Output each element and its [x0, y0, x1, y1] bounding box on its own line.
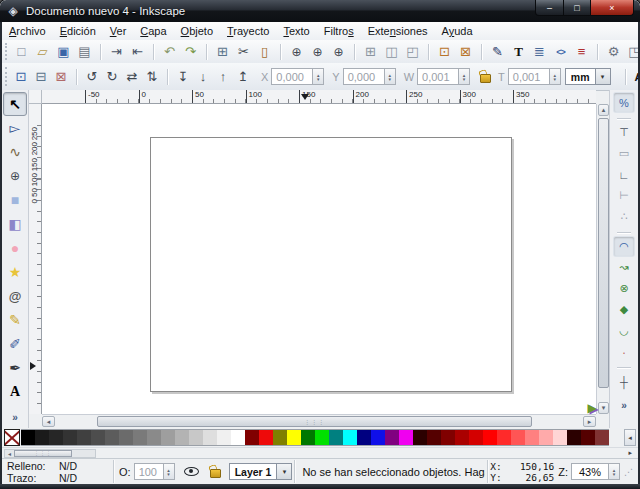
menu-extensiones[interactable]: Extensiones — [361, 25, 435, 37]
menu-ayuda[interactable]: Ayuda — [435, 25, 480, 37]
color-swatch[interactable] — [427, 429, 441, 446]
color-swatch[interactable] — [539, 429, 553, 446]
color-swatch[interactable] — [245, 429, 259, 446]
zoom-spinner[interactable]: ▴▾ — [609, 463, 620, 480]
fill-stroke-dialog-button[interactable]: ✎ — [487, 42, 508, 62]
layer-dropdown[interactable]: Layer 1 ▾ — [229, 463, 293, 480]
vertical-ruler[interactable]: 250200150100500 — [29, 104, 42, 414]
layer-visibility-icon[interactable] — [184, 467, 199, 476]
color-swatch[interactable] — [441, 429, 455, 446]
toolbar-grip[interactable] — [5, 67, 7, 86]
spin-down-icon[interactable]: ▾ — [613, 472, 616, 476]
menu-texto[interactable]: Texto — [276, 25, 316, 37]
star-tool[interactable]: ★ — [3, 260, 27, 284]
color-management-toggle-icon[interactable]: ▶ — [584, 400, 600, 416]
menu-filtros[interactable]: Filtros — [317, 25, 361, 37]
color-swatch[interactable] — [63, 429, 77, 446]
deselect-button[interactable]: ⊠ — [51, 67, 71, 87]
align-dialog-button[interactable]: ≡ — [571, 42, 592, 62]
menu-edicion[interactable]: Edición — [53, 25, 103, 37]
color-swatch[interactable] — [469, 429, 483, 446]
spinner[interactable]: ▴▾ — [459, 68, 470, 85]
snapbar-overflow-chevron[interactable]: » — [621, 400, 627, 411]
menu-capa[interactable]: Capa — [133, 25, 173, 37]
spiral-tool[interactable]: @ — [3, 284, 27, 308]
zoom-selection-button[interactable]: ⊕ — [286, 42, 307, 62]
color-swatch[interactable] — [287, 429, 301, 446]
fill-stroke-indicator[interactable]: Relleno:N/D Trazo:N/D — [2, 460, 111, 484]
scroll-right-icon[interactable]: ▸ — [583, 416, 596, 427]
color-swatch[interactable] — [301, 429, 315, 446]
unlink-clone-button[interactable]: ◰ — [402, 42, 423, 62]
window-resize-grip[interactable]: ⋰ — [624, 467, 636, 477]
toolbox-overflow-chevron[interactable]: » — [12, 412, 18, 423]
zoom-tool[interactable]: ⊕ — [3, 164, 27, 188]
selector-tool[interactable]: ↖ — [3, 92, 27, 116]
text-dialog-button[interactable]: T — [508, 42, 529, 62]
box3d-tool[interactable]: ◧ — [3, 212, 27, 236]
spin-down-icon[interactable]: ▾ — [167, 472, 170, 476]
color-swatch[interactable] — [49, 429, 63, 446]
group-button[interactable]: ⊡ — [434, 42, 455, 62]
ellipse-tool[interactable]: ● — [3, 236, 27, 260]
color-swatch[interactable] — [455, 429, 469, 446]
snap-bbox-corners-toggle[interactable]: ∟ — [613, 164, 635, 185]
export-button[interactable]: ⇤ — [127, 42, 148, 62]
palette-strip-left-icon[interactable]: ◂ — [5, 450, 14, 457]
snap-paths-toggle[interactable]: ↝ — [613, 257, 635, 278]
calligraphy-tool[interactable]: ✒ — [3, 356, 27, 380]
color-swatch[interactable] — [105, 429, 119, 446]
color-swatch[interactable] — [483, 429, 497, 446]
rotate-ccw-button[interactable]: ↺ — [82, 67, 102, 87]
snap-bbox-toggle[interactable]: ⊤ — [613, 122, 635, 143]
color-swatch[interactable] — [525, 429, 539, 446]
snap-enable-toggle[interactable]: % — [613, 92, 635, 113]
dropdown-arrow-icon[interactable]: ▾ — [277, 463, 292, 480]
spin-down-icon[interactable]: ▾ — [554, 77, 557, 81]
menu-archivo[interactable]: Archivo — [2, 25, 53, 37]
layers-dialog-button[interactable]: ≣ — [529, 42, 550, 62]
color-swatch[interactable] — [595, 429, 609, 446]
spinner[interactable]: ▴▾ — [313, 68, 324, 85]
toolbar-grip[interactable] — [5, 43, 7, 59]
redo-button[interactable]: ↷ — [180, 42, 201, 62]
color-swatch[interactable] — [385, 429, 399, 446]
import-button[interactable]: ⇥ — [106, 42, 127, 62]
pen-tool[interactable]: ✐ — [3, 332, 27, 356]
color-swatch[interactable] — [119, 429, 133, 446]
snap-others-toggle[interactable]: ┼ — [613, 371, 635, 392]
vertical-scroll-thumb[interactable] — [598, 118, 609, 388]
color-swatch[interactable] — [553, 429, 567, 446]
pencil-tool[interactable]: ✎ — [3, 308, 27, 332]
tweak-tool[interactable]: ∿ — [3, 140, 27, 164]
scroll-up-icon[interactable]: ▴ — [598, 104, 609, 116]
snap-bbox-midpoints-toggle[interactable]: ⊢ — [613, 185, 635, 206]
copy-button[interactable]: ⊞ — [212, 42, 233, 62]
snap-bbox-edges-toggle[interactable]: ▭ — [613, 143, 635, 164]
raise-button[interactable]: ↑ — [213, 67, 233, 87]
color-swatch[interactable] — [371, 429, 385, 446]
zoom-field[interactable]: 43% — [571, 463, 609, 480]
color-swatch[interactable] — [189, 429, 203, 446]
no-color-swatch[interactable] — [4, 429, 20, 446]
color-swatch[interactable] — [147, 429, 161, 446]
ungroup-button[interactable]: ⊠ — [455, 42, 476, 62]
lock-ratio-icon[interactable] — [479, 70, 491, 83]
text-tool[interactable]: A — [3, 380, 27, 404]
undo-button[interactable]: ↶ — [159, 42, 180, 62]
color-swatch[interactable] — [511, 429, 525, 446]
color-swatch[interactable] — [35, 429, 49, 446]
snap-nodes-toggle[interactable]: ◠ — [613, 236, 635, 257]
dropdown-arrow-icon[interactable]: ▾ — [596, 68, 611, 85]
canvas[interactable] — [42, 104, 596, 414]
horizontal-scroll-thumb[interactable]: ⋮⋮⋮ — [97, 416, 532, 427]
menu-objeto[interactable]: Objeto — [174, 25, 220, 37]
unit-dropdown[interactable]: mm ▾ — [565, 68, 611, 85]
layer-lock-icon[interactable] — [209, 465, 221, 478]
vertical-scrollbar[interactable]: ▴ ▾ — [596, 104, 609, 414]
new-document-button[interactable]: □ — [11, 42, 32, 62]
opacity-field[interactable]: 100 — [134, 463, 164, 480]
zoom-drawing-button[interactable]: ⊕ — [307, 42, 328, 62]
color-swatch[interactable] — [217, 429, 231, 446]
color-swatch[interactable] — [399, 429, 413, 446]
